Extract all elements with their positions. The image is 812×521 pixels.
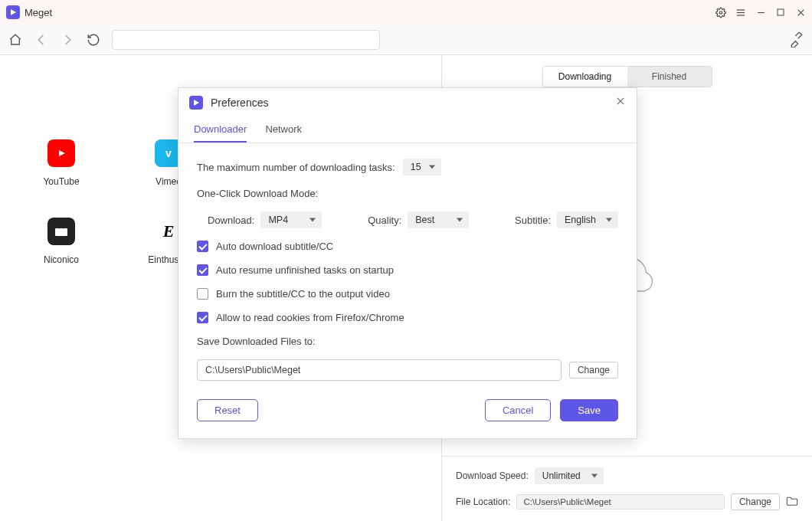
tab-finished[interactable]: Finished bbox=[627, 67, 712, 87]
save-button[interactable]: Save bbox=[560, 399, 618, 421]
home-icon[interactable] bbox=[8, 32, 23, 48]
checkbox-label: Allow to read cookies from Firefox/Chrom… bbox=[216, 312, 404, 323]
svg-point-1 bbox=[719, 11, 722, 14]
checkbox-label: Auto resume unfinished tasks on startup bbox=[216, 264, 394, 276]
max-tasks-row: The maximum number of downloading tasks:… bbox=[197, 159, 618, 175]
location-row: File Location: C:\Users\Public\Meget Cha… bbox=[456, 493, 798, 510]
youtube-icon bbox=[47, 139, 75, 167]
dialog-footer: Reset Cancel Save bbox=[178, 396, 637, 438]
site-niconico[interactable]: Niconico bbox=[31, 218, 92, 265]
subtitle-select[interactable]: English bbox=[557, 211, 618, 228]
site-label: Niconico bbox=[44, 254, 79, 265]
tab-downloading[interactable]: Downloading bbox=[543, 67, 627, 87]
svg-rect-12 bbox=[55, 228, 67, 236]
download-label: Download: bbox=[208, 215, 254, 226]
checkbox-label: Burn the subtitle/CC to the output video bbox=[216, 288, 390, 300]
save-path-row: C:\Users\Public\Meget Change bbox=[197, 359, 618, 381]
checkbox-icon bbox=[197, 264, 208, 276]
checkbox-auto-subtitle[interactable]: Auto download subtitle/CC bbox=[197, 241, 618, 252]
app-title: Meget bbox=[25, 7, 52, 18]
reset-button[interactable]: Reset bbox=[197, 399, 258, 421]
title-right bbox=[715, 7, 806, 18]
quality-select[interactable]: Best bbox=[408, 211, 469, 228]
tab-network[interactable]: Network bbox=[265, 117, 302, 143]
app-logo-icon bbox=[6, 5, 20, 19]
checkbox-read-cookies[interactable]: Allow to read cookies from Firefox/Chrom… bbox=[197, 312, 618, 323]
browser-toolbar bbox=[0, 25, 812, 55]
checkbox-icon bbox=[197, 288, 208, 300]
title-left: Meget bbox=[6, 5, 52, 19]
segment-control: Downloading Finished bbox=[542, 66, 712, 87]
download-format-select[interactable]: MP4 bbox=[260, 211, 322, 228]
preferences-dialog: Preferences Downloader Network The maxim… bbox=[178, 87, 637, 439]
address-bar[interactable] bbox=[112, 30, 380, 50]
back-icon[interactable] bbox=[34, 32, 49, 48]
location-value: C:\Users\Public\Meget bbox=[516, 494, 725, 510]
svg-line-14 bbox=[63, 225, 64, 228]
dialog-header: Preferences bbox=[178, 88, 637, 117]
svg-line-13 bbox=[58, 225, 60, 228]
save-path-label: Save Downloaded Files to: bbox=[197, 336, 618, 347]
change-location-button[interactable]: Change bbox=[731, 493, 780, 510]
tab-downloader[interactable]: Downloader bbox=[194, 117, 247, 143]
close-icon[interactable] bbox=[615, 96, 626, 110]
max-tasks-select[interactable]: 15 bbox=[403, 159, 441, 175]
speed-label: Download Speed: bbox=[456, 470, 529, 481]
checkbox-icon bbox=[197, 312, 208, 323]
title-bar: Meget bbox=[0, 0, 812, 25]
dialog-title: Preferences bbox=[211, 97, 268, 109]
one-click-row: Download: MP4 Quality: Best Subtitle: En… bbox=[197, 211, 618, 228]
site-youtube[interactable]: YouTube bbox=[31, 139, 92, 187]
bottom-bar: Download Speed: Unlimited File Location:… bbox=[442, 456, 812, 521]
clear-icon[interactable] bbox=[789, 32, 804, 48]
svg-marker-18 bbox=[194, 100, 199, 106]
folder-open-icon[interactable] bbox=[786, 496, 798, 509]
site-label: YouTube bbox=[43, 176, 79, 187]
niconico-icon bbox=[47, 218, 75, 245]
checkbox-label: Auto download subtitle/CC bbox=[216, 241, 333, 252]
dialog-body: The maximum number of downloading tasks:… bbox=[178, 143, 637, 396]
hamburger-icon[interactable] bbox=[735, 7, 746, 18]
dialog-tabs: Downloader Network bbox=[178, 117, 637, 143]
cancel-button[interactable]: Cancel bbox=[485, 399, 551, 421]
gear-icon[interactable] bbox=[715, 7, 726, 18]
app-logo-icon bbox=[189, 96, 203, 110]
forward-icon[interactable] bbox=[60, 32, 75, 48]
svg-marker-0 bbox=[11, 9, 16, 15]
subtitle-label: Subtitle: bbox=[515, 215, 551, 226]
checkbox-auto-resume[interactable]: Auto resume unfinished tasks on startup bbox=[197, 264, 618, 276]
change-path-button[interactable]: Change bbox=[569, 362, 618, 378]
minimize-icon[interactable] bbox=[755, 7, 766, 18]
maximize-icon[interactable] bbox=[775, 7, 786, 18]
speed-row: Download Speed: Unlimited bbox=[456, 467, 798, 484]
checkbox-burn-subtitle[interactable]: Burn the subtitle/CC to the output video bbox=[197, 288, 618, 300]
save-path-input[interactable]: C:\Users\Public\Meget bbox=[197, 359, 562, 381]
checkbox-icon bbox=[197, 241, 208, 252]
speed-select[interactable]: Unlimited bbox=[535, 467, 604, 484]
refresh-icon[interactable] bbox=[86, 32, 101, 48]
quality-label: Quality: bbox=[368, 215, 401, 226]
one-click-label: One-Click Download Mode: bbox=[197, 188, 618, 199]
close-window-icon[interactable] bbox=[795, 7, 806, 18]
max-tasks-label: The maximum number of downloading tasks: bbox=[197, 162, 395, 173]
svg-rect-6 bbox=[778, 9, 784, 15]
svg-marker-9 bbox=[59, 150, 65, 156]
location-label: File Location: bbox=[456, 496, 510, 507]
